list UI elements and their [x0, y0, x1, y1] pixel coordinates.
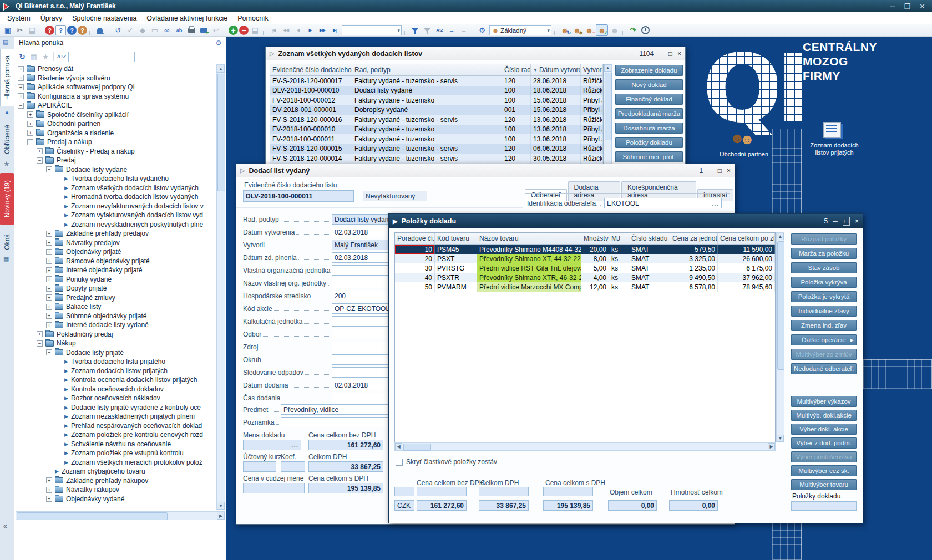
column-header[interactable]: Vytvoril: [581, 64, 603, 75]
search-icon[interactable]: ∞: [161, 25, 173, 35]
tree-expander-icon[interactable]: −: [46, 349, 52, 355]
tab-odberatel[interactable]: Odberateľ: [525, 189, 567, 201]
tree-expander-icon[interactable]: +: [27, 130, 33, 136]
field-input[interactable]: [332, 354, 394, 365]
tree-expander-icon[interactable]: +: [46, 322, 52, 328]
scroll-up-icon[interactable]: ▲: [604, 64, 611, 72]
sidebar-tab-novinky[interactable]: Novinky (19): [0, 173, 14, 225]
scroll-right-icon[interactable]: ▶: [768, 443, 775, 450]
tree-item[interactable]: ▶Zoznam položiek pre kontrolu cenových r…: [14, 430, 215, 440]
window-icon[interactable]: ▭: [149, 25, 160, 35]
column-header[interactable]: Množstvo: [581, 233, 609, 244]
hide-partial-checkbox[interactable]: [396, 459, 403, 466]
tree-expander-icon[interactable]: +: [18, 84, 24, 90]
item-row[interactable]: 50PVMARMPřední vidlice Marzocchi MX Comp…: [395, 282, 775, 292]
table-row[interactable]: FV-2018-100-000011Faktury vydané - tuzem…: [270, 134, 603, 144]
rate-field[interactable]: [243, 461, 276, 472]
items-vertical-scrollbar[interactable]: ▲ ▼: [776, 232, 784, 442]
scroll-left-icon[interactable]: ◀: [395, 443, 402, 450]
paste-icon[interactable]: ▤: [27, 25, 38, 35]
tree-expander-icon[interactable]: +: [37, 331, 43, 337]
nav-next-icon[interactable]: ▶: [305, 25, 316, 35]
tree-expander-icon[interactable]: −: [46, 166, 52, 172]
close-button[interactable]: ✕: [919, 2, 925, 11]
list-action-button[interactable]: Položky dokladu: [615, 137, 683, 148]
dock-pin-icon[interactable]: ▤: [3, 38, 8, 45]
tree-item[interactable]: +Návratky nákupov: [14, 485, 215, 495]
user-remove-icon[interactable]: ☻: [584, 25, 595, 35]
field-input[interactable]: 02.03.2018: [332, 380, 394, 390]
column-header[interactable]: ▼Dátum vytvorenia: [531, 64, 581, 75]
tree-item[interactable]: ▶Tvorba dodacieho listu vydaného: [14, 174, 215, 184]
items-action-button[interactable]: Multivýber výkazov: [791, 396, 857, 407]
tree-item[interactable]: −Predaj a nákup: [14, 138, 215, 147]
filter-clear-icon[interactable]: [422, 25, 433, 35]
filter-advanced-icon[interactable]: ≡: [446, 25, 457, 35]
copy-icon[interactable]: ▣: [2, 25, 13, 35]
sidebar-tab-oblubene[interactable]: Obľúbené: [0, 121, 14, 157]
items-action-button[interactable]: Výber dokl. akcie: [791, 424, 857, 435]
items-action-button[interactable]: Položka vykrýva: [791, 277, 857, 288]
items-action-button[interactable]: Zmena ind. zľav: [791, 320, 857, 331]
tree-expander-icon[interactable]: −: [37, 340, 43, 347]
sidebar-tab-okna[interactable]: Okná: [0, 230, 14, 254]
field-input[interactable]: [332, 316, 394, 327]
sort-az-icon[interactable]: A↕Z: [434, 25, 445, 35]
help-what-icon[interactable]: ?: [67, 26, 77, 35]
list-action-button[interactable]: Zobrazenie dokladu: [615, 65, 683, 76]
menu-filter-input[interactable]: [68, 52, 135, 62]
lookup-icon[interactable]: ...: [712, 200, 719, 207]
tree-item[interactable]: ▶Zoznam položiek pre vstupnú kontrolu: [14, 449, 215, 458]
menu-item-2[interactable]: Spoločné nastavenia: [67, 13, 141, 23]
scroll-up-icon[interactable]: ▲: [777, 233, 784, 240]
help-icon[interactable]: ?: [45, 26, 54, 35]
tree-expander-icon[interactable]: +: [46, 249, 52, 255]
field-input[interactable]: [332, 329, 394, 339]
customer-id-field[interactable]: EKOTOOL ...: [604, 198, 722, 208]
item-row[interactable]: 30PVRSTGPřední vidlice RST Gila TnL olej…: [395, 263, 775, 273]
tree-expander-icon[interactable]: +: [46, 286, 52, 292]
item-row[interactable]: 10PSM45Převodníky Shimano M4408 44-32-22…: [395, 245, 775, 254]
nav-prev-icon[interactable]: ◀: [292, 25, 303, 35]
profile-combo[interactable]: ☻Základný▾: [489, 25, 551, 35]
column-header[interactable]: Názov tovaru: [477, 233, 581, 244]
tree-item[interactable]: +Súhrnné objednávky prijaté: [14, 312, 215, 321]
maximize-button[interactable]: ❐: [904, 2, 910, 11]
item-row[interactable]: 40PSXTRPřevodníky Shimano XTR, 46-32-22 …: [395, 273, 775, 282]
send-print-icon[interactable]: [198, 25, 209, 35]
tree-item[interactable]: ▶Zoznam nezaskladnených prijatých plnení: [14, 412, 215, 421]
item-row[interactable]: 20PSXTPřevodníky Shimano XT, 44-32-22 + …: [395, 254, 775, 263]
quick-filter-combo[interactable]: ▾: [342, 25, 402, 35]
list-action-button[interactable]: Dosiahnutá marža: [615, 123, 683, 134]
tree-item[interactable]: +Konfigurácia a správa systému: [14, 92, 215, 101]
field-input[interactable]: [332, 278, 394, 288]
user-edit-icon[interactable]: ☻: [571, 25, 582, 35]
table-row[interactable]: DV-2018-001-000001Dobropisy vydané00115.…: [270, 105, 603, 115]
panel-window-icon[interactable]: ▦: [29, 52, 39, 62]
tree-expander-icon[interactable]: −: [18, 103, 24, 109]
tree-item[interactable]: ▶Rozbor oceňovacích nákladov: [14, 394, 215, 403]
minimize-button[interactable]: ─: [890, 2, 895, 11]
list-action-button[interactable]: Predpokladaná marža: [615, 108, 683, 119]
tree-expander-icon[interactable]: +: [46, 267, 52, 273]
copy-record-icon[interactable]: ▤: [250, 25, 261, 35]
refresh-icon[interactable]: ↻: [17, 52, 27, 62]
tree-item[interactable]: ▶Schválenie návrhu na oceňovanie: [14, 440, 215, 449]
settings-icon[interactable]: ⚙: [477, 25, 488, 35]
cut-icon[interactable]: ✂: [14, 25, 26, 35]
tree-item[interactable]: +Objednávky prijaté: [14, 247, 215, 257]
tree-item[interactable]: +Interné dodacie listy vydané: [14, 320, 215, 330]
tree-item[interactable]: ▶Zoznam všetkých dodacích listov vydanýc…: [14, 184, 215, 193]
tree-item[interactable]: +Pokladničný predaj: [14, 330, 215, 339]
table-row[interactable]: FV-S-2018-120-000015Faktury vydané - tuz…: [270, 144, 603, 154]
tree-item[interactable]: ▶Kontrola oceňovacích dokladov: [14, 385, 215, 394]
tree-expander-icon[interactable]: +: [46, 258, 52, 264]
items-action-button[interactable]: Položka je vykrytá: [791, 291, 857, 302]
table-row[interactable]: FV-2018-100-000010Faktury vydané - tuzem…: [270, 125, 603, 135]
nav-last-icon[interactable]: ▶|: [329, 25, 340, 35]
tree-item[interactable]: +Číselníky - Predaj a nákup: [14, 147, 215, 156]
table-row[interactable]: FV-S-2018-120-000016Faktury vydané - tuz…: [270, 115, 603, 125]
tree-item[interactable]: +Objednávky vydané: [14, 495, 215, 504]
scroll-down-icon[interactable]: ▼: [777, 435, 784, 442]
menu-item-0[interactable]: Systém: [2, 13, 36, 23]
